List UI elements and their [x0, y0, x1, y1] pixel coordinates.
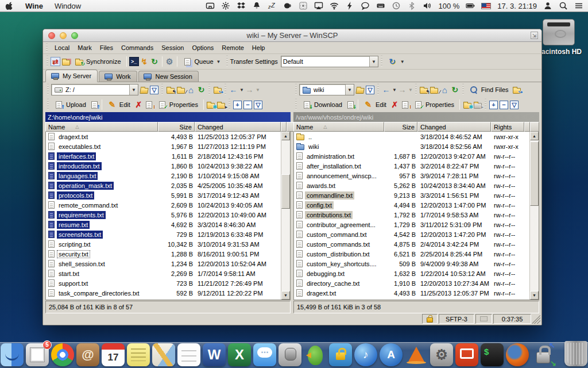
back-icon[interactable]: ←: [229, 85, 238, 94]
home-directory-icon[interactable]: ⌂: [186, 85, 196, 94]
file-row[interactable]: requirements.txt5,976 B12/20/2013 10:49:…: [46, 210, 281, 220]
drive-combo[interactable]: Z: /▼: [51, 84, 138, 95]
toolbar-grip[interactable]: [295, 84, 297, 95]
file-row[interactable]: wiki3/18/2014 8:52:56 AMrwxr-xr-x: [294, 141, 529, 151]
toolbar-grip[interactable]: [380, 56, 383, 67]
scroll-down-icon[interactable]: ▼: [530, 291, 539, 300]
root-directory-icon[interactable]: ∕: [430, 85, 439, 94]
file-row[interactable]: commandline.txt9,213 B3/3/2014 1:56:51 P…: [294, 190, 529, 200]
menu-session[interactable]: Session: [157, 43, 188, 53]
file-row[interactable]: resume.txt4,692 B3/3/2014 8:46:30 AM: [46, 220, 281, 229]
edit-icon[interactable]: ✎: [363, 100, 373, 109]
toolbar-grip[interactable]: [47, 99, 49, 110]
file-row[interactable]: awards.txt5,262 B10/24/2013 8:34:40 AMrw…: [294, 181, 529, 190]
file-row[interactable]: administration.txt1,687 B12/20/2013 9:42…: [294, 151, 529, 161]
invert-selection-icon[interactable]: ▽: [509, 100, 519, 109]
volume-icon[interactable]: [423, 1, 432, 10]
open-in-icon[interactable]: ▸: [216, 100, 226, 109]
rename-icon[interactable]: I: [400, 100, 410, 109]
upload-alt-icon[interactable]: ⇑: [90, 100, 99, 109]
toolbar-grip[interactable]: [47, 84, 49, 95]
combo-dropdown-icon[interactable]: ▼: [345, 85, 354, 95]
refresh-icon[interactable]: ↻: [196, 85, 206, 94]
filter-icon[interactable]: ▽: [149, 85, 159, 94]
spaces-icon[interactable]: [206, 1, 215, 10]
forward-caret-icon[interactable]: ▼: [256, 87, 260, 93]
window-titlebar[interactable]: wiki – My Server – WinSCP ⇲: [43, 29, 541, 42]
column-header-changed[interactable]: Changed: [417, 122, 491, 132]
home-directory-icon[interactable]: ⌂: [440, 85, 450, 94]
combo-dropdown-icon[interactable]: ▼: [129, 85, 138, 95]
preferences-gear-icon[interactable]: ⚙: [165, 57, 175, 66]
back-caret-icon[interactable]: ▼: [239, 87, 244, 93]
forward-icon[interactable]: →: [245, 85, 254, 94]
toolbar-grip[interactable]: [462, 84, 465, 95]
keyboard-icon[interactable]: [376, 1, 385, 10]
sleep-zz-icon[interactable]: zZ: [268, 1, 277, 10]
toolbar-grip[interactable]: [415, 84, 417, 95]
file-row[interactable]: operation_mask.txt2,035 B4/25/2005 10:35…: [46, 181, 281, 190]
file-row[interactable]: support.txt723 B11/21/2012 7:26:49 PM: [46, 278, 281, 288]
drive-icon[interactable]: [53, 85, 63, 94]
column-header-changed[interactable]: Changed: [195, 122, 281, 132]
dock-maps-icon[interactable]: [152, 343, 175, 366]
dock-appstore-icon[interactable]: A: [380, 343, 403, 366]
server-cell[interactable]: [475, 314, 492, 324]
toolbar-grip[interactable]: [161, 84, 164, 95]
file-row[interactable]: screenshots.txt729 B12/19/2013 6:33:48 P…: [46, 229, 281, 239]
download-button[interactable]: ⇓Download: [299, 98, 345, 111]
menu-window[interactable]: Window: [55, 2, 81, 10]
keyboard-layout-flag-icon[interactable]: [481, 3, 491, 9]
edit-button[interactable]: ✎Edit: [361, 98, 389, 111]
folder-blue-icon[interactable]: [301, 85, 311, 94]
toolbar-grip[interactable]: [228, 99, 231, 110]
follow-link-icon[interactable]: ↪: [212, 85, 222, 94]
menu-files[interactable]: Files: [96, 43, 117, 53]
synchronize-browsing-icon[interactable]: ↻: [388, 57, 397, 66]
refresh-icon[interactable]: ↻: [450, 85, 460, 94]
column-header-rights[interactable]: Rights: [491, 122, 524, 132]
select-minus-icon[interactable]: −: [499, 100, 509, 109]
new-folder-icon[interactable]: ✱: [462, 100, 472, 109]
user-icon[interactable]: [543, 1, 552, 10]
follow-link-icon[interactable]: ↪: [512, 85, 522, 94]
monitor-icon[interactable]: [50, 71, 60, 80]
synchronize-button[interactable]: ↻Synchronize: [71, 55, 124, 68]
session-tab-new-session[interactable]: New Session: [138, 71, 199, 82]
dock-terminal-icon[interactable]: $: [481, 343, 504, 366]
dock-reminders-icon[interactable]: [177, 343, 200, 366]
scroll-up-icon[interactable]: ▲: [530, 132, 539, 140]
file-row[interactable]: custom_distribution.txt6,521 B2/25/2014 …: [294, 249, 529, 259]
refresh-session-icon[interactable]: ↻: [150, 57, 160, 66]
file-row[interactable]: custom_commands.txt4,875 B2/4/2014 3:42:…: [294, 239, 529, 249]
dock-mail-icon[interactable]: 5: [26, 343, 49, 366]
file-row[interactable]: executables.txt1,967 B11/27/2013 12:11:1…: [46, 141, 281, 151]
file-row[interactable]: protocols.txt5,991 B3/17/2014 9:12:43 AM: [46, 190, 281, 200]
queue-icon[interactable]: [183, 57, 192, 66]
find-files-icon[interactable]: [469, 85, 479, 94]
dock-finder-icon[interactable]: [1, 343, 24, 366]
vertical-scrollbar[interactable]: ▲▼: [281, 132, 290, 300]
properties-icon[interactable]: ✓: [157, 100, 167, 109]
rename-icon[interactable]: I: [144, 100, 154, 109]
menu-options[interactable]: Options: [188, 43, 218, 53]
cup-icon[interactable]: [283, 1, 292, 10]
new-folder-icon[interactable]: ✱: [206, 100, 216, 109]
dock-adium-icon[interactable]: [304, 343, 327, 366]
menu-remote[interactable]: Remote: [218, 43, 248, 53]
lightning-icon[interactable]: [345, 1, 354, 10]
dropbox-icon[interactable]: [237, 1, 246, 10]
transfer-settings-combo[interactable]: Default▼: [281, 56, 378, 67]
file-row[interactable]: dragext.txt4,493 B11/25/2013 12:05:37 PM: [46, 132, 281, 141]
file-row[interactable]: dragext.txt4,493 B11/25/2013 12:05:37 PM…: [294, 288, 529, 298]
dock-stickies-icon[interactable]: [127, 343, 150, 366]
open-in-icon-dis[interactable]: ▸: [473, 100, 482, 109]
column-header-size[interactable]: Size: [158, 122, 195, 132]
macintosh-hd-desktop-icon[interactable]: Macintosh HD: [536, 19, 582, 56]
invert-selection-icon[interactable]: ▽: [253, 100, 263, 109]
synchronize-icon[interactable]: ↻: [74, 57, 84, 66]
search-icon[interactable]: [559, 1, 568, 10]
open-directory-icon[interactable]: [355, 85, 365, 94]
dock-sysprefs-icon[interactable]: ⚙: [430, 343, 453, 366]
wifi-icon[interactable]: [330, 1, 339, 10]
